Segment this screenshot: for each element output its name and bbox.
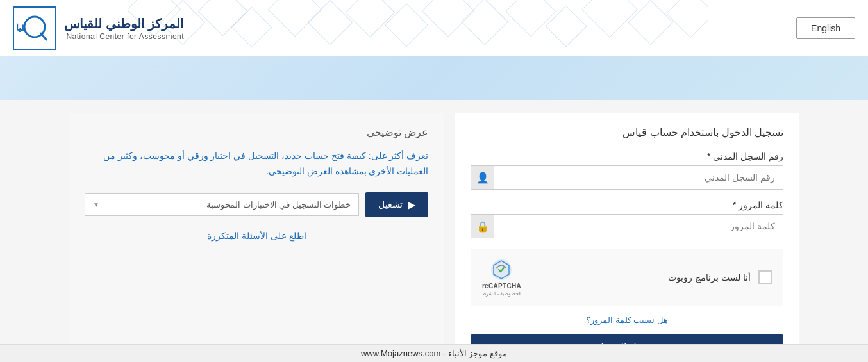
- logo-text: المركز الوطني للقياس National Center for…: [64, 15, 184, 41]
- forgot-password-link[interactable]: هل نسيت كلمة المرور؟: [586, 315, 668, 325]
- demo-description: تعرف أكثر على: كيفية فتح حساب جديد، التس…: [85, 149, 428, 179]
- faq-link[interactable]: اطلع على الأسئلة المتكررة: [207, 231, 306, 241]
- id-input-wrapper: 👤: [471, 165, 783, 190]
- demo-dropdown[interactable]: خطوات التسجيل في الاختبارات المحوسبة ▼: [85, 193, 359, 216]
- id-input[interactable]: [494, 167, 783, 188]
- recaptcha-left: أنا لست برنامج روبوت: [668, 270, 772, 284]
- youtube-icon: ▶: [408, 199, 415, 211]
- login-panel: تسجيل الدخول باستخدام حساب قياس رقم السج…: [455, 113, 799, 362]
- footer-watermark: موقع موجز الأنباء - www.Mojaznews.com: [0, 344, 868, 362]
- demo-panel: عرض توضيحي تعرف أكثر على: كيفية فتح حساب…: [69, 113, 444, 362]
- id-icon: 👤: [471, 166, 494, 189]
- recaptcha-logo-icon: [490, 258, 513, 281]
- id-label: رقم السجل المدني *: [471, 151, 783, 161]
- forgot-password-area: هل نسيت كلمة المرور؟: [471, 314, 783, 325]
- lock-icon: 🔒: [471, 215, 494, 238]
- main-content: تسجيل الدخول باستخدام حساب قياس رقم السج…: [56, 100, 812, 362]
- svg-text:قياس: قياس: [17, 22, 26, 33]
- logo-icon: قياس: [13, 6, 56, 50]
- chevron-down-icon: ▼: [93, 201, 99, 208]
- svg-point-4: [491, 259, 512, 280]
- demo-controls: ▶ تشغيل خطوات التسجيل في الاختبارات المح…: [85, 192, 428, 217]
- play-button[interactable]: ▶ تشغيل: [365, 192, 428, 217]
- password-input-wrapper: 🔒: [471, 214, 783, 238]
- recaptcha-right: reCAPTCHA الخصوصية - الشرط: [481, 258, 521, 297]
- header: English المركز الوطني للقياس National Ce…: [0, 0, 868, 56]
- recaptcha-box: أنا لست برنامج روبوت reCAPTCHA الخصوصية …: [471, 249, 783, 306]
- faq-link-area: اطلع على الأسئلة المتكررة: [85, 230, 428, 242]
- logo-area: المركز الوطني للقياس National Center for…: [13, 6, 184, 50]
- login-panel-title: تسجيل الدخول باستخدام حساب قياس: [471, 126, 783, 138]
- recaptcha-label: أنا لست برنامج روبوت: [668, 272, 751, 283]
- logo-english-text: National Center for Assessment: [64, 32, 184, 41]
- demo-panel-title: عرض توضيحي: [85, 126, 428, 138]
- password-label: كلمة المرور *: [471, 200, 783, 210]
- blue-banner: [0, 56, 868, 100]
- recaptcha-checkbox[interactable]: [758, 270, 772, 284]
- header-decoration: [128, 0, 708, 56]
- recaptcha-brand-text: reCAPTCHA: [482, 283, 521, 290]
- password-field-group: كلمة المرور * 🔒: [471, 200, 783, 238]
- logo-arabic-text: المركز الوطني للقياس: [64, 15, 184, 32]
- english-button[interactable]: English: [796, 17, 855, 39]
- password-input[interactable]: [494, 215, 783, 237]
- recaptcha-links-text: الخصوصية - الشرط: [481, 291, 521, 297]
- id-field-group: رقم السجل المدني * 👤: [471, 151, 783, 190]
- dropdown-text: خطوات التسجيل في الاختبارات المحوسبة: [206, 200, 351, 210]
- play-button-label: تشغيل: [378, 199, 403, 210]
